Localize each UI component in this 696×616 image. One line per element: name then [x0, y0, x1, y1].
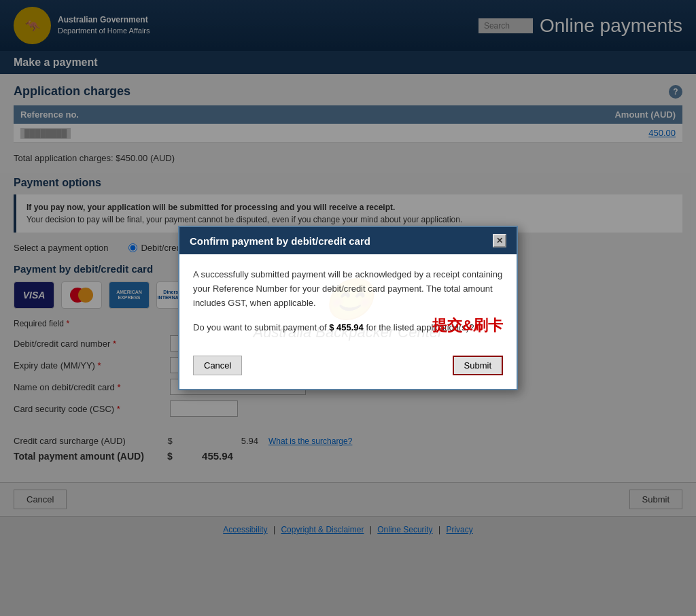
confirm-modal: 😊 Australia Backpacker Center Confirm pa…	[178, 226, 518, 390]
chinese-annotation: 提交&刷卡	[432, 315, 503, 336]
modal-overlay[interactable]: 😊 Australia Backpacker Center Confirm pa…	[0, 0, 696, 543]
modal-title: Confirm payment by debit/credit card	[190, 235, 370, 247]
modal-body-text: A successfully submitted payment will be…	[193, 268, 503, 310]
modal-close-button[interactable]: ✕	[493, 234, 506, 247]
modal-header: Confirm payment by debit/credit card ✕	[179, 227, 517, 254]
modal-cancel-button[interactable]: Cancel	[193, 356, 242, 375]
modal-submit-button[interactable]: Submit	[453, 356, 503, 375]
modal-footer: Cancel Submit	[179, 349, 517, 389]
